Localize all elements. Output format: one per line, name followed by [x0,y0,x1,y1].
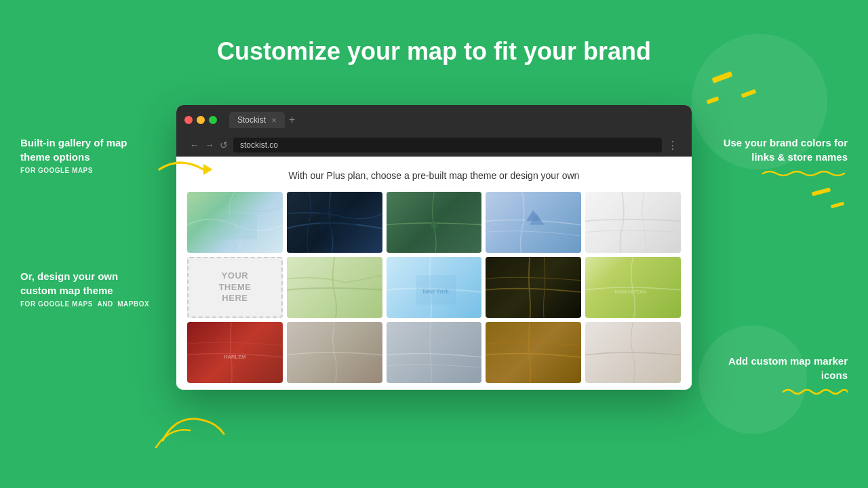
annotation-custom-sub-text2: MAPBOX [117,300,149,308]
annotation-markers-title: Add custom map marker icons [712,354,848,382]
annotation-gallery-sub-prefix: FOR [20,167,36,174]
traffic-light-green[interactable] [209,116,217,124]
map-tile-satellite[interactable] [387,192,482,253]
svg-rect-3 [320,207,357,236]
map-tile-light-blue[interactable]: New York [387,257,482,318]
traffic-lights [184,116,217,124]
map-tile-blueprint[interactable] [486,192,581,253]
markers-squiggle [780,386,848,396]
browser-top-bar: Stockist ✕ + [184,112,684,128]
annotation-custom-and: AND [98,300,113,308]
annotation-brand-title: Use your brand colors for links & store … [712,136,848,164]
traffic-light-red[interactable] [184,116,193,124]
svg-point-4 [431,221,438,228]
svg-marker-1 [203,164,212,175]
address-bar-row: ← → ↺ stockist.co ⋮ [184,134,684,157]
browser-menu-button[interactable]: ⋮ [667,139,678,152]
annotation-markers-group: Add custom map marker icons [712,354,848,396]
left-annotations: Built-in gallery of map theme options FO… [20,136,156,403]
map-tile-dark-gold[interactable] [486,257,581,318]
annotation-custom-sub-prefix: FOR [20,300,36,308]
annotation-custom-title: Or, design your own custom map theme [20,269,156,298]
traffic-light-yellow[interactable] [197,116,205,124]
tab-label: Stockist [237,115,266,125]
map-tile-minimal[interactable] [585,192,681,253]
map-tile-custom[interactable]: YOURTHEMEHERE [187,257,283,318]
svg-text:New York: New York [422,288,449,295]
map-tile-dark-brown[interactable] [486,322,581,383]
right-annotations: Use your brand colors for links & store … [712,136,848,396]
brand-squiggle [760,168,848,178]
map-grid: YOURTHEMEHERE New York [187,192,681,383]
map-tile-red[interactable]: HARLEM [187,322,283,383]
map-tile-warm-gray[interactable] [287,322,382,383]
annotation-brand-group: Use your brand colors for links & store … [712,136,848,178]
annotation-gallery-title: Built-in gallery of map theme options [20,136,156,164]
annotation-gallery-sub: FOR GOOGLE MAPS [20,167,156,174]
annotation-custom-sub-text: GOOGLE MAPS [38,300,93,308]
annotation-gallery-sub-text: GOOGLE MAPS [38,167,93,174]
browser-window: Stockist ✕ + ← → ↺ stockist.co ⋮ With ou… [176,105,692,390]
annotation-custom-sub: FOR GOOGLE MAPS AND MAPBOX [20,300,156,308]
new-tab-button[interactable]: + [289,114,295,126]
address-bar[interactable]: stockist.co [233,138,662,152]
tab-close-icon[interactable]: ✕ [271,117,277,124]
refresh-button[interactable]: ↺ [220,140,228,150]
annotation-custom-group: Or, design your own custom map theme FOR… [20,269,156,308]
custom-arrow [153,149,214,190]
map-tile-retro[interactable] [287,257,382,318]
page-title: Customize your map to fit your brand [0,0,868,66]
browser-subtitle: With our Plus plan, choose a pre-built m… [187,170,681,181]
map-tile-green[interactable]: MANHATTAN [585,257,681,318]
browser-chrome: Stockist ✕ + ← → ↺ stockist.co ⋮ [176,105,692,157]
svg-text:MANHATTAN: MANHATTAN [615,289,647,295]
custom-tile-text: YOURTHEMEHERE [218,270,251,305]
map-tile-gray-blue[interactable] [387,322,482,383]
annotation-gallery-group: Built-in gallery of map theme options FO… [20,136,156,174]
map-tile-light-minimal[interactable] [585,322,681,383]
browser-tab[interactable]: Stockist ✕ [229,112,285,128]
svg-rect-2 [213,214,257,239]
map-tile-dark[interactable] [287,192,382,253]
browser-content: With our Plus plan, choose a pre-built m… [176,157,692,390]
map-tile-standard[interactable] [187,192,283,253]
svg-text:HARLEM: HARLEM [224,354,245,360]
tab-bar: Stockist ✕ + [229,112,684,128]
